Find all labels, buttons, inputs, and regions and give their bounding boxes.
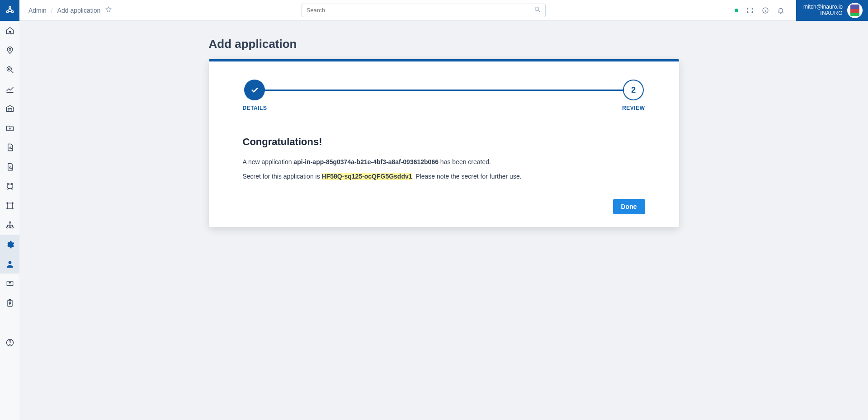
sidebar-item-location[interactable]: [0, 40, 19, 60]
svg-point-26: [9, 344, 10, 344]
step-connector: [264, 90, 624, 91]
breadcrumb-sep: /: [51, 7, 53, 14]
step-label: DETAILS: [243, 105, 267, 111]
sidebar-item-upload[interactable]: [0, 274, 19, 293]
svg-point-8: [7, 183, 8, 184]
sidebar-item-network[interactable]: [0, 176, 19, 196]
search-input[interactable]: [307, 7, 534, 14]
fullscreen-icon[interactable]: [746, 7, 754, 14]
breadcrumb: Admin / Add application: [28, 6, 112, 14]
sidebar-item-settings[interactable]: [0, 235, 19, 254]
sidebar-item-clipboard[interactable]: [0, 293, 19, 312]
svg-point-4: [7, 66, 11, 71]
svg-point-11: [11, 188, 13, 189]
result-line1: A new application api-in-app-85g0374a-b2…: [243, 158, 645, 167]
svg-point-20: [12, 227, 13, 228]
app-logo[interactable]: [0, 0, 19, 21]
sidebar-item-document[interactable]: [0, 157, 19, 176]
app-id: api-in-app-85g0374a-b21e-4bf3-a8af-09361…: [293, 158, 439, 165]
info-icon[interactable]: [762, 7, 769, 14]
sidebar: [0, 0, 19, 420]
sidebar-item-folder[interactable]: [0, 118, 19, 137]
status-dot: [735, 9, 738, 12]
text: A new application: [243, 158, 294, 165]
wizard-card: DETAILS 2 REVIEW Congratulations! A new …: [209, 59, 679, 227]
svg-point-17: [9, 222, 10, 223]
svg-point-5: [8, 68, 10, 70]
result-heading: Congratulations!: [243, 136, 645, 148]
favorite-star-icon[interactable]: [105, 6, 112, 14]
svg-point-7: [9, 167, 11, 168]
sidebar-item-user[interactable]: [0, 254, 19, 274]
search-box[interactable]: [302, 4, 546, 17]
step-label: REVIEW: [622, 105, 645, 111]
user-email: mitch@inauro.io: [803, 4, 843, 10]
step-details[interactable]: DETAILS: [243, 80, 267, 111]
breadcrumb-root[interactable]: Admin: [28, 7, 47, 14]
svg-point-3: [9, 48, 10, 50]
svg-point-10: [7, 188, 8, 189]
app-secret: HF58Q-sq125-ocQFG5Gsddv1: [322, 173, 412, 180]
done-button[interactable]: Done: [613, 199, 645, 214]
svg-point-27: [535, 7, 538, 11]
user-block[interactable]: mitch@inauro.io INAURO: [796, 0, 868, 21]
sidebar-item-report[interactable]: [0, 137, 19, 157]
svg-point-6: [9, 128, 10, 129]
stepper: DETAILS 2 REVIEW: [243, 80, 645, 111]
avatar[interactable]: [847, 3, 863, 18]
topbar: Admin / Add application: [19, 0, 868, 21]
sidebar-item-topology[interactable]: [0, 196, 19, 215]
text: Secret for this application is: [243, 173, 322, 180]
sidebar-item-warehouse[interactable]: [0, 99, 19, 118]
sidebar-item-home[interactable]: [0, 21, 19, 40]
step-check-icon: [244, 80, 265, 100]
svg-point-19: [9, 227, 10, 228]
bell-icon[interactable]: [777, 7, 784, 14]
svg-point-18: [6, 227, 8, 228]
result-line2: Secret for this application is HF58Q-sq1…: [243, 172, 645, 181]
user-org: INAURO: [803, 10, 843, 17]
sidebar-item-org[interactable]: [0, 215, 19, 235]
step-review[interactable]: 2 REVIEW: [622, 80, 645, 111]
page-title: Add application: [209, 37, 679, 51]
svg-point-21: [8, 261, 11, 264]
sidebar-item-search[interactable]: [0, 60, 19, 79]
sidebar-item-analytics[interactable]: [0, 79, 19, 99]
sidebar-item-help[interactable]: [0, 333, 19, 352]
step-number: 2: [623, 80, 644, 100]
svg-rect-12: [7, 203, 13, 208]
text: has been created.: [439, 158, 491, 165]
text: . Please note the secret for further use…: [412, 173, 522, 180]
breadcrumb-current: Add application: [57, 7, 101, 14]
svg-point-9: [11, 183, 13, 184]
svg-point-0: [9, 7, 10, 9]
search-icon: [534, 6, 541, 14]
